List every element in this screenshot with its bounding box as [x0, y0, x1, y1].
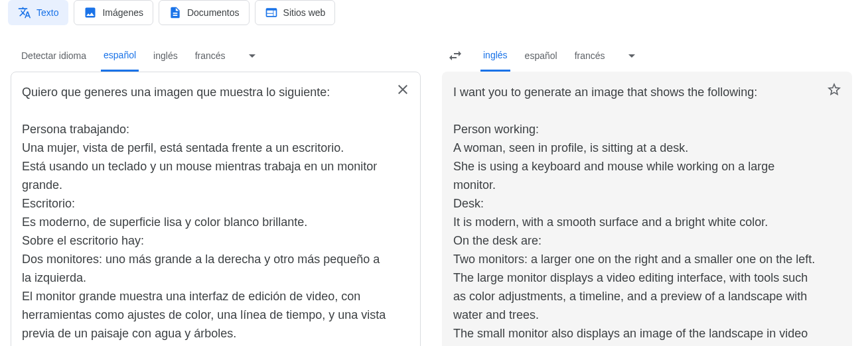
save-translation-button[interactable]	[826, 82, 842, 97]
tab-websites-label: Sitios web	[283, 7, 326, 18]
source-pane: Detectar idioma español inglés francés Q…	[0, 40, 431, 346]
source-text-box[interactable]: Quiero que generes una imagen que muestr…	[11, 72, 421, 346]
close-icon	[395, 82, 411, 97]
document-icon	[169, 6, 182, 19]
clear-source-button[interactable]	[395, 82, 411, 97]
tab-text[interactable]: Texto	[8, 0, 68, 25]
tab-text-label: Texto	[36, 7, 58, 18]
input-type-tabs: Texto Imágenes Documentos Sitios web	[0, 0, 868, 25]
detect-language-button[interactable]: Detectar idioma	[19, 40, 89, 72]
star-outline-icon	[826, 82, 842, 97]
target-text-content: I want you to generate an image that sho…	[453, 83, 820, 346]
image-icon	[84, 6, 97, 19]
target-lang-row: inglés español francés	[480, 40, 640, 72]
target-header: inglés español francés	[442, 40, 852, 72]
target-lang-spanish[interactable]: español	[522, 40, 560, 72]
source-lang-english[interactable]: inglés	[151, 40, 181, 72]
tab-documents[interactable]: Documentos	[159, 0, 250, 25]
swap-icon	[447, 48, 463, 64]
translation-main: Detectar idioma español inglés francés Q…	[0, 40, 868, 346]
chevron-down-icon	[244, 48, 260, 64]
web-icon	[265, 6, 278, 19]
chevron-down-icon	[624, 48, 640, 64]
target-lang-english[interactable]: inglés	[480, 40, 510, 72]
target-pane: inglés español francés I want you to gen…	[431, 40, 863, 346]
source-lang-spanish[interactable]: español	[101, 40, 139, 72]
source-lang-french[interactable]: francés	[192, 40, 228, 72]
source-lang-more-button[interactable]	[244, 48, 260, 64]
source-lang-row: Detectar idioma español inglés francés	[11, 40, 421, 72]
target-lang-more-button[interactable]	[624, 48, 640, 64]
tab-documents-label: Documentos	[187, 7, 240, 18]
tab-images[interactable]: Imágenes	[74, 0, 153, 25]
tab-websites[interactable]: Sitios web	[255, 0, 336, 25]
source-text-content[interactable]: Quiero que generes una imagen que muestr…	[22, 83, 388, 346]
target-text-box: I want you to generate an image that sho…	[442, 72, 852, 346]
swap-languages-button[interactable]	[442, 42, 469, 69]
target-lang-french[interactable]: francés	[572, 40, 608, 72]
tab-images-label: Imágenes	[102, 7, 143, 18]
translate-icon	[18, 6, 31, 19]
